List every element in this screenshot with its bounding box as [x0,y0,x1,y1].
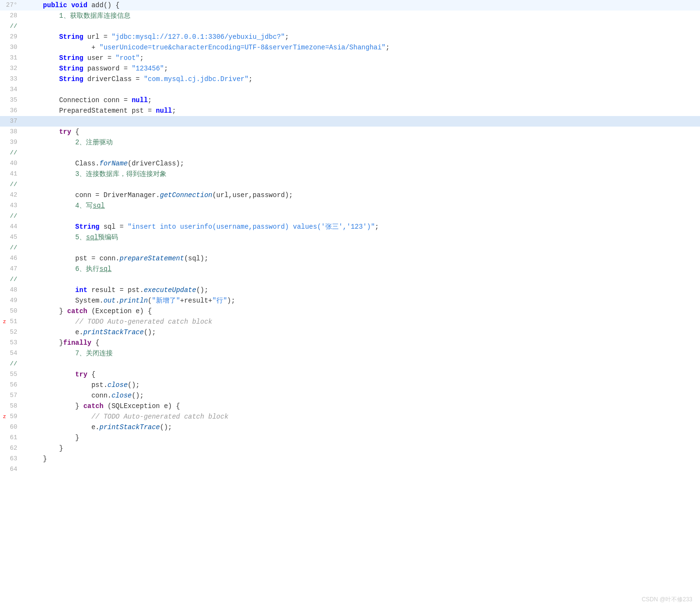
line-code: } [23,433,700,443]
line-code: 4、写sql [23,200,700,222]
line-number: 43 // [0,200,23,222]
table-row: 37 [0,116,700,127]
line-number: 49 [0,295,23,306]
table-row: 57 conn.close(); [0,390,700,401]
table-row: 34 [0,84,700,95]
table-row: 36 PreparedStatement pst = null; [0,105,700,116]
line-number: 27° [0,0,23,11]
line-code: } catch (SQLException e) { [23,401,700,411]
line-number: 33 [0,74,23,84]
code-table: 27° public void add() { 28 // 1、获取数据库连接信… [0,0,700,475]
line-number: 44 [0,222,23,232]
line-number: z 51 [0,316,23,327]
line-number: 42 [0,190,23,200]
table-row: 43 // 4、写sql [0,200,700,222]
line-code: conn = DriverManager.getConnection(url,u… [23,190,700,200]
line-code: } [23,454,700,464]
line-code: Class.forName(driverClass); [23,158,700,169]
table-row: 45 // 5、sql预编码 [0,232,700,253]
table-row: 49 System.out.println("新增了"+result+"行"); [0,295,700,306]
line-code: + "userUnicode=true&characterEncoding=UT… [23,42,700,53]
line-number: 63 [0,454,23,464]
table-row: 64 [0,464,700,475]
table-row: 62 } [0,443,700,454]
line-code: // TODO Auto-generated catch block [23,411,700,422]
table-row: 35 Connection conn = null; [0,95,700,105]
line-code: PreparedStatement pst = null; [23,105,700,116]
table-row: 39 // 2、注册驱动 [0,137,700,158]
line-code: } catch (Exception e) { [23,306,700,316]
table-row: 50 } catch (Exception e) { [0,306,700,316]
line-number: 50 [0,306,23,316]
table-row: 58 } catch (SQLException e) { [0,401,700,411]
line-number: 28 // [0,11,23,32]
table-row: 38 try { [0,127,700,137]
line-number: 36 [0,105,23,116]
table-row: 56 pst.close(); [0,380,700,390]
line-number: 41 // [0,169,23,190]
line-code: System.out.println("新增了"+result+"行"); [23,295,700,306]
line-code: }finally { [23,338,700,348]
line-code: 6、执行sql [23,264,700,285]
line-code: // TODO Auto-generated catch block [23,316,700,327]
table-row: z 59 // TODO Auto-generated catch block [0,411,700,422]
line-number: 34 [0,84,23,95]
table-row: 61 } [0,433,700,443]
line-code [23,116,700,127]
line-number: 62 [0,443,23,454]
line-number: 29 [0,32,23,42]
line-code: String sql = "insert into userinfo(usern… [23,222,700,232]
line-code: int result = pst.executeUpdate(); [23,285,700,295]
watermark: CSDN @叶不修233 [641,595,692,604]
line-number: 64 [0,464,23,475]
line-code: conn.close(); [23,390,700,401]
line-number: 58 [0,401,23,411]
line-number: 56 [0,380,23,390]
table-row: 33 String driverClass = "com.mysql.cj.jd… [0,74,700,84]
line-number: 45 // [0,232,23,253]
line-code: Connection conn = null; [23,95,700,105]
line-number: 48 [0,285,23,295]
table-row: 52 e.printStackTrace(); [0,327,700,338]
line-code [23,464,700,475]
line-number: z 59 [0,411,23,422]
line-number: 53 [0,338,23,348]
table-row: 32 String password = "123456"; [0,63,700,74]
line-number: 61 [0,433,23,443]
table-row: 31 String user = "root"; [0,53,700,63]
line-number: 55 [0,369,23,380]
line-number: 35 [0,95,23,105]
line-number: 54 // [0,348,23,369]
table-row: z 51 // TODO Auto-generated catch block [0,316,700,327]
table-row: 63 } [0,454,700,464]
table-row: 40 Class.forName(driverClass); [0,158,700,169]
table-row: 30 + "userUnicode=true&characterEncoding… [0,42,700,53]
line-code: String url = "jdbc:mysql://127.0.0.1:330… [23,32,700,42]
table-row: 27° public void add() { [0,0,700,11]
line-code: String password = "123456"; [23,63,700,74]
line-code: e.printStackTrace(); [23,422,700,433]
table-row: 41 // 3、连接数据库，得到连接对象 [0,169,700,190]
line-number: 31 [0,53,23,63]
line-code: pst.close(); [23,380,700,390]
table-row: 54 // 7、关闭连接 [0,348,700,369]
table-row: 47 // 6、执行sql [0,264,700,285]
line-code: 2、注册驱动 [23,137,700,158]
table-row: 46 pst = conn.prepareStatement(sql); [0,253,700,264]
line-code: 1、获取数据库连接信息 [23,11,700,32]
line-number: 30 [0,42,23,53]
line-code: pst = conn.prepareStatement(sql); [23,253,700,264]
line-number: 47 // [0,264,23,285]
line-code: 3、连接数据库，得到连接对象 [23,169,700,190]
line-number: 37 [0,116,23,127]
table-row: 53 }finally { [0,338,700,348]
line-number: 46 [0,253,23,264]
line-number: 57 [0,390,23,401]
line-number: 38 [0,127,23,137]
table-row: 48 int result = pst.executeUpdate(); [0,285,700,295]
line-code: 5、sql预编码 [23,232,700,253]
code-container: 27° public void add() { 28 // 1、获取数据库连接信… [0,0,700,608]
line-code: try { [23,369,700,380]
line-number: 32 [0,63,23,74]
line-number: 39 // [0,137,23,158]
